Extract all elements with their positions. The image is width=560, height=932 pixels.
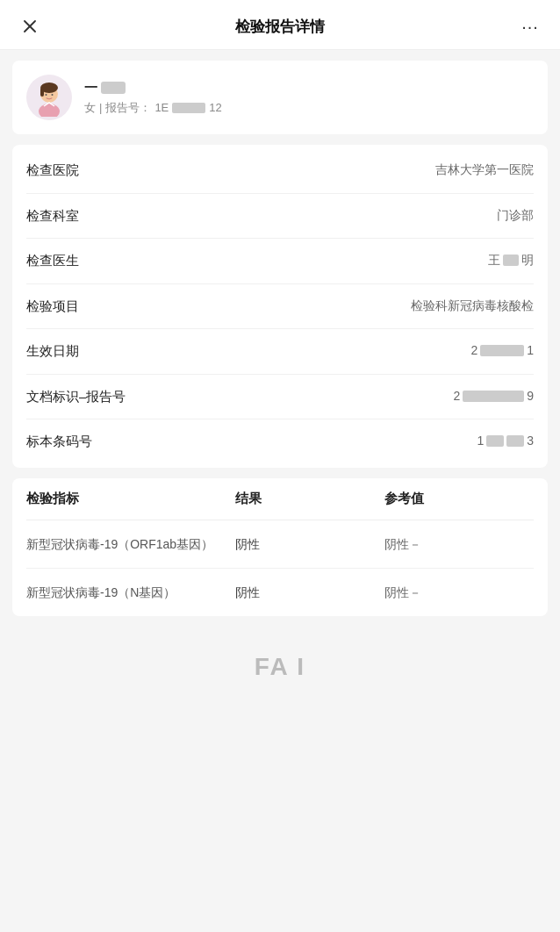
label-barcode: 标本条码号 [26, 432, 92, 452]
cell-result-2: 阴性 [235, 583, 384, 602]
label-docid: 文档标识–报告号 [26, 387, 126, 407]
cell-reference-1: 阴性－ [384, 534, 534, 554]
barcode-blur-1 [486, 435, 504, 447]
docid-blur [463, 391, 524, 402]
info-row-date: 生效日期 21 [26, 329, 534, 375]
report-suffix: 12 [209, 101, 221, 114]
info-row-docid: 文档标识–报告号 29 [26, 375, 534, 420]
svg-point-7 [52, 94, 54, 96]
more-button[interactable]: ··· [518, 14, 542, 39]
svg-rect-5 [40, 88, 44, 97]
table-row: 新型冠状病毒-19（N基因） 阴性 阴性－ [26, 569, 534, 616]
cell-reference-2: 阴性－ [384, 583, 534, 602]
value-department: 门诊部 [497, 206, 534, 225]
name-char: 一 [84, 80, 97, 97]
col-header-indicator: 检验指标 [26, 491, 235, 507]
value-docid: 29 [453, 387, 534, 405]
profile-name: 一 [84, 80, 222, 97]
doctor-blur [503, 255, 519, 266]
label-project: 检验项目 [26, 297, 79, 317]
info-row-barcode: 标本条码号 13 [26, 419, 534, 464]
profile-info: 一 女 | 报告号： 1E 12 [84, 80, 222, 116]
page-title: 检验报告详情 [42, 17, 518, 37]
info-row-project: 检验项目 检验科新冠病毒核酸检 [26, 284, 534, 330]
table-header: 检验指标 结果 参考值 [26, 478, 534, 520]
cell-indicator-1: 新型冠状病毒-19（ORF1ab基因） [26, 534, 235, 554]
profile-detail: 女 | 报告号： 1E 12 [84, 100, 222, 116]
col-header-result: 结果 [235, 491, 384, 507]
value-barcode: 13 [477, 432, 534, 450]
gender-label: 女 [84, 100, 96, 116]
value-project: 检验科新冠病毒核酸检 [411, 297, 534, 315]
value-doctor: 王明 [488, 251, 534, 269]
bottom-area: FA I [0, 627, 560, 699]
cell-result-1: 阴性 [235, 534, 384, 554]
cell-indicator-2: 新型冠状病毒-19（N基因） [26, 583, 235, 602]
info-row-department: 检查科室 门诊部 [26, 194, 534, 240]
label-department: 检查科室 [26, 206, 79, 226]
top-bar: 检验报告详情 ··· [0, 0, 560, 50]
name-blur [101, 82, 126, 94]
barcode-blur-2 [506, 435, 524, 447]
table-row: 新型冠状病毒-19（ORF1ab基因） 阴性 阴性－ [26, 520, 534, 569]
value-hospital: 吉林大学第一医院 [435, 161, 534, 179]
date-blur [480, 345, 524, 356]
bottom-text: FA I [255, 653, 305, 681]
avatar [26, 75, 72, 120]
svg-point-6 [46, 94, 47, 96]
info-card: 检查医院 吉林大学第一医院 检查科室 门诊部 检查医生 王明 检验项目 检验科新… [12, 145, 548, 468]
value-date: 21 [470, 341, 534, 360]
table-card: 检验指标 结果 参考值 新型冠状病毒-19（ORF1ab基因） 阴性 阴性－ 新… [12, 478, 548, 617]
info-row-hospital: 检查医院 吉林大学第一医院 [26, 148, 534, 194]
report-blur [172, 103, 205, 113]
info-row-doctor: 检查医生 王明 [26, 239, 534, 284]
report-prefix: 1E [154, 101, 169, 114]
label-date: 生效日期 [26, 341, 79, 362]
label-hospital: 检查医院 [26, 161, 79, 181]
col-header-reference: 参考值 [384, 491, 534, 507]
svg-point-2 [39, 104, 60, 117]
report-label: 报告号： [105, 100, 151, 116]
profile-card: 一 女 | 报告号： 1E 12 [12, 61, 548, 134]
label-doctor: 检查医生 [26, 251, 79, 271]
close-button[interactable] [18, 14, 42, 39]
